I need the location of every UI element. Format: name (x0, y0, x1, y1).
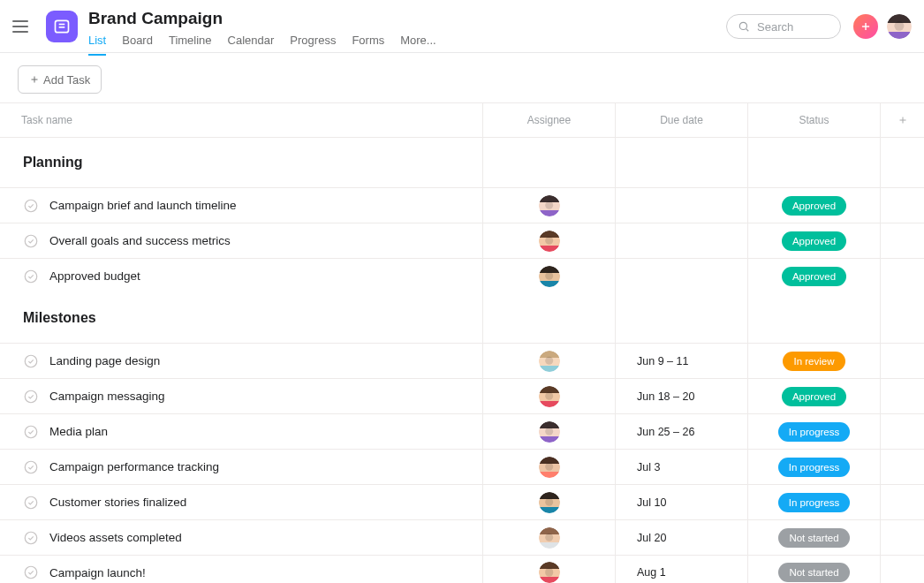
task-row[interactable]: Campaign launch! Aug 1 Not started (0, 555, 924, 583)
section-header[interactable]: Planning (0, 138, 924, 187)
task-name-cell[interactable]: Media plan (0, 414, 482, 449)
task-name-cell[interactable]: Overall goals and success metrics (0, 223, 482, 258)
assignee-avatar[interactable] (539, 386, 560, 407)
status-badge[interactable]: Approved (782, 196, 846, 216)
menu-toggle-button[interactable] (12, 16, 34, 37)
complete-toggle[interactable] (23, 269, 39, 284)
status-cell[interactable]: In progress (747, 450, 880, 484)
task-row[interactable]: Videos assets completed Jul 20 Not start… (0, 519, 924, 555)
task-row[interactable]: Landing page design Jun 9 – 11 In review (0, 343, 924, 378)
status-badge[interactable]: Approved (782, 267, 846, 286)
assignee-avatar[interactable] (539, 492, 560, 513)
status-cell[interactable]: Approved (747, 379, 880, 413)
due-date-cell[interactable]: Jun 9 – 11 (615, 344, 747, 378)
status-cell[interactable]: In review (747, 344, 880, 378)
tab-board[interactable]: Board (122, 34, 153, 56)
col-header-status[interactable]: Status (747, 103, 880, 137)
assignee-cell[interactable] (482, 520, 615, 555)
tab-forms[interactable]: Forms (352, 34, 384, 56)
complete-toggle[interactable] (23, 424, 39, 440)
add-task-button[interactable]: Add Task (18, 65, 102, 94)
task-row[interactable]: Campaign messaging Jun 18 – 20 Approved (0, 378, 924, 413)
complete-toggle[interactable] (23, 495, 39, 511)
due-date-cell[interactable]: Jun 25 – 26 (615, 414, 747, 449)
tab-list[interactable]: List (88, 34, 106, 56)
due-date-cell[interactable] (615, 223, 747, 258)
complete-toggle[interactable] (23, 353, 39, 369)
assignee-avatar[interactable] (539, 421, 560, 443)
status-badge[interactable]: Not started (778, 563, 849, 582)
status-cell[interactable]: Approved (747, 223, 880, 258)
assignee-cell[interactable] (482, 344, 615, 378)
task-name-cell[interactable]: Campaign messaging (0, 379, 482, 413)
due-date-cell[interactable]: Jun 18 – 20 (615, 379, 747, 413)
due-date-cell[interactable]: Jul 20 (615, 520, 747, 555)
add-column-button[interactable] (880, 103, 924, 137)
status-badge[interactable]: In progress (778, 422, 851, 442)
assignee-cell[interactable] (482, 188, 615, 223)
tab-progress[interactable]: Progress (290, 34, 336, 56)
task-name-cell[interactable]: Videos assets completed (0, 520, 482, 555)
task-row[interactable]: Media plan Jun 25 – 26 In progress (0, 413, 924, 449)
col-header-assignee[interactable]: Assignee (482, 103, 615, 137)
complete-toggle[interactable] (23, 233, 39, 249)
status-cell[interactable]: Not started (747, 520, 880, 555)
task-name-cell[interactable]: Approved budget (0, 259, 482, 293)
task-row[interactable]: Customer stories finalized Jul 10 In pro… (0, 484, 924, 519)
assignee-avatar[interactable] (539, 351, 560, 372)
assignee-cell[interactable] (482, 556, 615, 583)
due-date-cell[interactable] (615, 188, 747, 223)
status-badge[interactable]: In progress (778, 493, 851, 512)
due-date-cell[interactable]: Aug 1 (615, 556, 747, 583)
assignee-cell[interactable] (482, 259, 615, 293)
task-name-cell[interactable]: Landing page design (0, 344, 482, 378)
assignee-avatar[interactable] (539, 231, 560, 252)
assignee-cell[interactable] (482, 414, 615, 449)
tab-timeline[interactable]: Timeline (169, 34, 212, 56)
task-name-cell[interactable]: Campaign launch! (0, 556, 482, 583)
due-date-cell[interactable]: Jul 10 (615, 485, 747, 519)
status-cell[interactable]: In progress (747, 485, 880, 519)
col-header-name[interactable]: Task name (0, 103, 482, 137)
status-badge[interactable]: Not started (778, 528, 849, 548)
complete-toggle[interactable] (23, 389, 39, 405)
assignee-cell[interactable] (482, 379, 615, 413)
assignee-cell[interactable] (482, 450, 615, 484)
tab-calendar[interactable]: Calendar (228, 34, 275, 56)
status-cell[interactable]: Approved (747, 188, 880, 223)
due-date-cell[interactable]: Jul 3 (615, 450, 747, 484)
complete-toggle[interactable] (23, 530, 39, 546)
col-header-due[interactable]: Due date (615, 103, 747, 137)
task-name-cell[interactable]: Campaign performance tracking (0, 450, 482, 484)
assignee-cell[interactable] (482, 485, 615, 519)
assignee-cell[interactable] (482, 223, 615, 258)
status-cell[interactable]: In progress (747, 414, 880, 449)
assignee-avatar[interactable] (539, 266, 560, 287)
section-header[interactable]: Milestones (0, 293, 924, 343)
status-cell[interactable]: Approved (747, 259, 880, 293)
status-badge[interactable]: Approved (782, 387, 846, 406)
table-header: Task name Assignee Due date Status (0, 102, 924, 138)
complete-toggle[interactable] (23, 459, 39, 475)
global-add-button[interactable] (853, 14, 878, 39)
complete-toggle[interactable] (23, 564, 39, 580)
task-name-cell[interactable]: Customer stories finalized (0, 485, 482, 519)
task-name-cell[interactable]: Campaign brief and launch timeline (0, 188, 482, 223)
search-input[interactable]: Search (726, 14, 841, 39)
status-badge[interactable]: Approved (782, 231, 846, 251)
status-badge[interactable]: In progress (778, 458, 851, 477)
assignee-avatar[interactable] (539, 457, 560, 478)
assignee-avatar[interactable] (539, 195, 560, 216)
profile-avatar[interactable] (887, 14, 912, 39)
assignee-avatar[interactable] (539, 562, 560, 583)
tab-more-[interactable]: More... (400, 34, 435, 56)
assignee-avatar[interactable] (539, 527, 560, 549)
task-row[interactable]: Approved budget Approved (0, 258, 924, 293)
task-row[interactable]: Campaign performance tracking Jul 3 In p… (0, 449, 924, 484)
complete-toggle[interactable] (23, 198, 39, 214)
status-cell[interactable]: Not started (747, 556, 880, 583)
task-row[interactable]: Overall goals and success metrics Approv… (0, 223, 924, 258)
status-badge[interactable]: In review (783, 352, 844, 371)
due-date-cell[interactable] (615, 259, 747, 293)
task-row[interactable]: Campaign brief and launch timeline Appro… (0, 187, 924, 223)
